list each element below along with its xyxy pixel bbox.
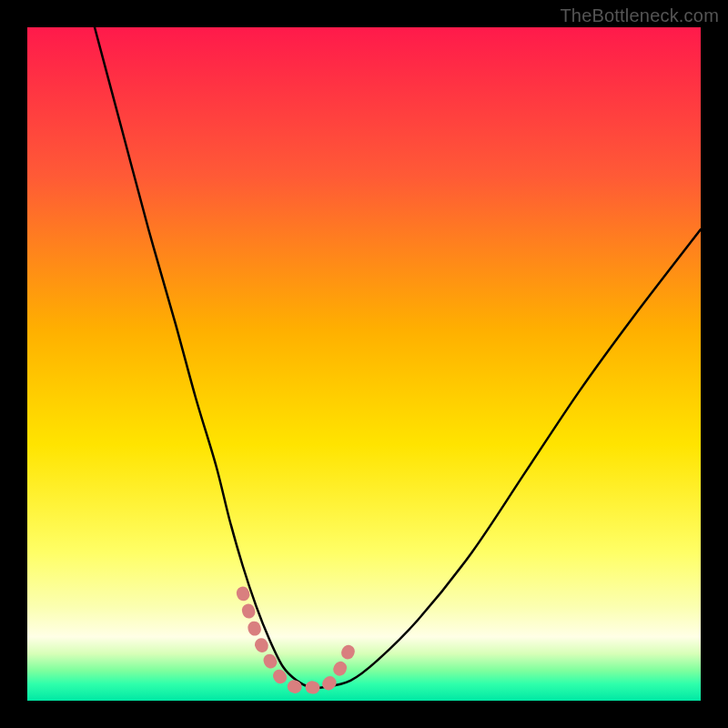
plot-area	[27, 27, 701, 701]
overlay-highlight	[243, 593, 350, 689]
curve-layer	[27, 27, 701, 701]
chart-frame: TheBottleneck.com	[0, 0, 728, 728]
bottleneck-curve	[95, 27, 701, 688]
watermark-text: TheBottleneck.com	[560, 5, 719, 26]
